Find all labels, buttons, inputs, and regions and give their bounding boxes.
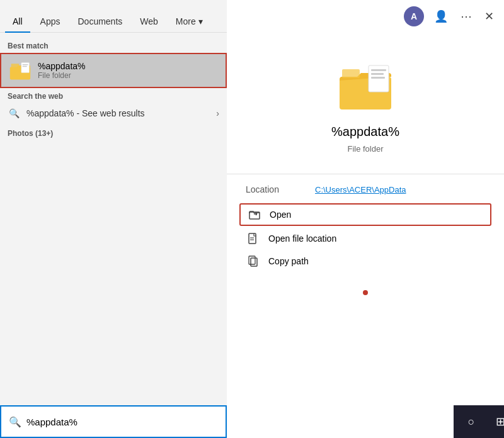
photos-section: Photos (13+) (0, 123, 227, 142)
web-search-item[interactable]: 🔍 %appdata% - See web results › (0, 103, 227, 123)
folder-icon-large (337, 58, 394, 115)
best-match-title: %appdata% (38, 61, 86, 71)
tabs-bar: All Apps Documents Web More ▾ (0, 0, 227, 33)
open-file-location-action[interactable]: Open file location (239, 228, 491, 249)
best-match-item[interactable]: %appdata% File folder (0, 53, 227, 88)
open-action[interactable]: Open (239, 203, 491, 226)
svg-rect-3 (23, 64, 28, 65)
location-path[interactable]: C:\Users\ACER\AppData (315, 185, 406, 194)
close-icon: ✕ (484, 10, 494, 23)
taskbar-taskview-btn[interactable]: ⊞ (488, 409, 504, 434)
red-dot (363, 290, 368, 295)
detail-header: A 👤 ⋯ ✕ (227, 0, 504, 33)
person-icon: 👤 (434, 10, 448, 23)
tab-documents[interactable]: Documents (70, 11, 130, 33)
tab-all[interactable]: All (5, 11, 30, 33)
copy-path-icon (247, 256, 260, 267)
avatar[interactable]: A (404, 6, 424, 26)
taskbar: ○ ⊞ 📁 🛍 ✉ 🌐 🏷 🟩 🔴 wsxdan.com (454, 405, 504, 438)
svg-rect-12 (249, 233, 256, 244)
best-match-label: Best match (0, 38, 227, 53)
svg-rect-15 (251, 258, 257, 266)
chevron-right-icon: › (216, 108, 219, 118)
search-input[interactable] (26, 417, 218, 427)
file-location-icon (247, 233, 260, 244)
web-search-label: Search the web (0, 88, 227, 103)
results-area: Best match %appdata% File folder Search … (0, 33, 227, 405)
location-label: Location (246, 184, 290, 194)
taskbar-search-btn[interactable]: ○ (459, 409, 484, 434)
search-input-icon: 🔍 (9, 416, 21, 428)
svg-rect-9 (371, 73, 384, 75)
svg-rect-4 (23, 66, 27, 67)
folder-icon-small (9, 59, 32, 82)
taskbar-search-icon: ○ (468, 415, 475, 429)
tab-web[interactable]: Web (132, 11, 166, 33)
web-search-icon: 🔍 (8, 107, 20, 120)
web-search-text: %appdata% - See web results (26, 108, 210, 118)
best-match-subtitle: File folder (38, 71, 86, 80)
tab-apps[interactable]: Apps (33, 11, 68, 33)
detail-panel: A 👤 ⋯ ✕ %appdata% File folder Location (227, 0, 504, 438)
folder-preview: %appdata% File folder (227, 33, 504, 166)
detail-folder-name: %appdata% (331, 125, 399, 139)
person-icon-btn[interactable]: 👤 (432, 7, 450, 26)
action-list: Open Open file location Copy path (227, 197, 504, 278)
copy-path-action[interactable]: Copy path (239, 251, 491, 271)
more-icon: ⋯ (461, 10, 472, 23)
location-row: Location C:\Users\ACER\AppData (227, 182, 504, 197)
svg-rect-2 (21, 62, 30, 72)
svg-rect-16 (249, 256, 255, 264)
svg-rect-1 (11, 64, 20, 67)
photos-label: Photos (13+) (8, 129, 53, 138)
svg-rect-10 (371, 77, 385, 79)
close-button[interactable]: ✕ (482, 7, 496, 26)
taskbar-taskview-icon: ⊞ (496, 415, 505, 429)
more-button[interactable]: ⋯ (458, 7, 474, 26)
search-panel: All Apps Documents Web More ▾ Best match… (0, 0, 227, 438)
open-action-label: Open (270, 210, 291, 220)
open-file-location-label: Open file location (268, 233, 336, 244)
best-match-text: %appdata% File folder (38, 61, 86, 80)
svg-rect-8 (371, 69, 386, 71)
search-input-bar: 🔍 (0, 405, 227, 438)
detail-folder-type: File folder (347, 144, 383, 154)
divider (227, 174, 504, 174)
tab-more[interactable]: More ▾ (168, 11, 210, 33)
copy-path-label: Copy path (268, 256, 309, 266)
svg-rect-6 (342, 69, 360, 78)
open-folder-icon (248, 209, 261, 220)
